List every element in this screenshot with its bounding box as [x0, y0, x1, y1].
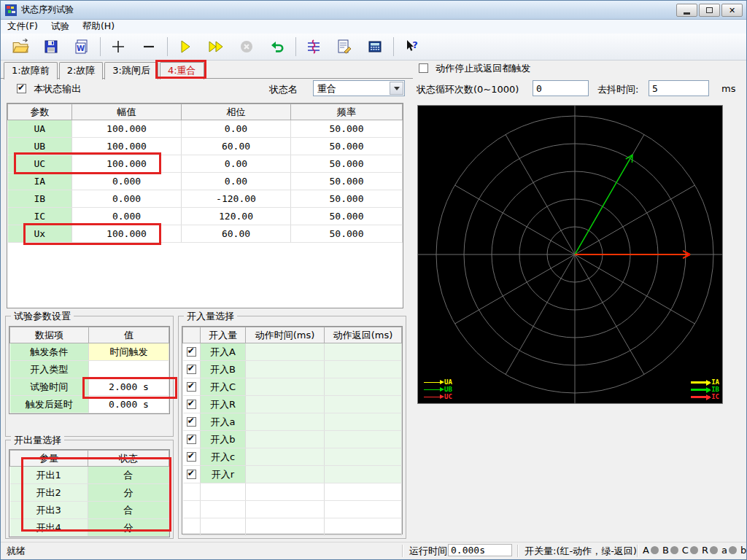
action-return-cell[interactable]: [325, 396, 402, 413]
action-return-cell[interactable]: [325, 361, 402, 378]
remove-state-button[interactable]: [136, 36, 161, 57]
phase-cell[interactable]: 0.00: [182, 173, 291, 190]
report-button[interactable]: [332, 36, 357, 57]
param-name-cell[interactable]: 开入类型: [10, 361, 89, 378]
param-cell[interactable]: IA: [8, 173, 72, 190]
state-output-checkbox[interactable]: 本状态输出: [17, 82, 81, 96]
add-state-button[interactable]: [106, 36, 131, 57]
menu-file[interactable]: 文件(F): [1, 20, 44, 34]
param-name-cell[interactable]: 触发条件: [10, 343, 89, 361]
tab-state-1[interactable]: 1:故障前: [4, 62, 58, 79]
debounce-input[interactable]: [649, 80, 709, 96]
tab-state-3[interactable]: 3:跳闸后: [104, 62, 158, 79]
input-name-cell[interactable]: 开入C: [201, 378, 246, 396]
amplitude-cell[interactable]: 0.000: [72, 190, 182, 208]
phase-cell[interactable]: -120.00: [182, 190, 291, 208]
frequency-cell[interactable]: 50.000: [291, 138, 403, 155]
maximize-button[interactable]: [699, 4, 720, 17]
harmonic-button[interactable]: [301, 36, 326, 57]
contact-state-cell[interactable]: 合: [88, 502, 169, 519]
input-name-cell[interactable]: 开入a: [201, 413, 246, 431]
menu-test[interactable]: 试验: [44, 20, 76, 34]
frequency-cell[interactable]: 50.000: [291, 120, 403, 138]
action-time-cell[interactable]: [246, 396, 325, 413]
input-check-cell[interactable]: [183, 448, 201, 466]
tab-state-4[interactable]: 4:重合: [160, 62, 204, 79]
action-return-cell[interactable]: [325, 343, 402, 361]
param-value-cell[interactable]: [89, 361, 169, 378]
contact-state-cell[interactable]: 分: [88, 484, 169, 502]
input-name-cell[interactable]: 开入b: [201, 431, 246, 448]
frequency-cell[interactable]: 50.000: [291, 173, 403, 190]
chevron-down-icon[interactable]: [390, 82, 403, 95]
input-check-cell[interactable]: [183, 466, 201, 483]
action-time-cell[interactable]: [246, 413, 325, 431]
frequency-cell[interactable]: 50.000: [291, 208, 403, 225]
param-cell[interactable]: Ux: [8, 225, 72, 243]
action-time-cell[interactable]: [246, 343, 325, 361]
help-button[interactable]: ?: [399, 36, 424, 57]
export-report-button[interactable]: W: [69, 36, 94, 57]
action-return-cell[interactable]: [325, 431, 402, 448]
param-cell[interactable]: IB: [8, 190, 72, 208]
frequency-cell[interactable]: 50.000: [291, 155, 403, 173]
action-time-cell[interactable]: [246, 466, 325, 483]
input-check-cell[interactable]: [183, 361, 201, 378]
action-time-cell[interactable]: [246, 448, 325, 466]
contact-name-cell[interactable]: 开出1: [10, 467, 88, 484]
state-name-combobox[interactable]: 重合: [313, 80, 405, 96]
param-cell[interactable]: UC: [8, 155, 72, 173]
action-time-cell[interactable]: [246, 361, 325, 378]
minimize-button[interactable]: [676, 4, 697, 17]
param-value-cell[interactable]: 时间触发: [89, 343, 169, 361]
close-button[interactable]: ✕: [721, 4, 743, 17]
trigger-mode-checkbox[interactable]: 动作停止或返回都触发: [419, 62, 530, 75]
param-name-cell[interactable]: 试验时间: [10, 378, 89, 396]
param-cell[interactable]: UB: [8, 138, 72, 155]
undo-button[interactable]: [265, 36, 290, 57]
action-time-cell[interactable]: [246, 431, 325, 448]
amplitude-cell[interactable]: 100.000: [72, 155, 182, 173]
action-return-cell[interactable]: [325, 378, 402, 396]
calculator-button[interactable]: [363, 36, 387, 57]
phase-cell[interactable]: 60.00: [182, 138, 291, 155]
param-cell[interactable]: UA: [8, 120, 72, 138]
amplitude-cell[interactable]: 100.000: [72, 120, 182, 138]
amplitude-cell[interactable]: 100.000: [72, 225, 182, 243]
action-time-cell[interactable]: [246, 378, 325, 396]
run-continuous-button[interactable]: [204, 36, 228, 57]
amplitude-cell[interactable]: 0.000: [72, 208, 182, 225]
phase-cell[interactable]: 120.00: [182, 208, 291, 225]
contact-name-cell[interactable]: 开出2: [10, 484, 88, 502]
action-return-cell[interactable]: [325, 413, 402, 431]
save-button[interactable]: [39, 36, 63, 57]
contact-state-cell[interactable]: 分: [88, 519, 169, 537]
stop-button[interactable]: [234, 36, 259, 57]
input-name-cell[interactable]: 开入r: [201, 466, 246, 483]
param-name-cell[interactable]: 触发后延时: [10, 396, 89, 413]
contact-state-cell[interactable]: 合: [88, 467, 169, 484]
frequency-cell[interactable]: 50.000: [291, 190, 403, 208]
input-check-cell[interactable]: [183, 413, 201, 431]
input-name-cell[interactable]: 开入R: [201, 396, 246, 413]
action-return-cell[interactable]: [325, 466, 402, 483]
frequency-cell[interactable]: 50.000: [291, 225, 403, 243]
contact-name-cell[interactable]: 开出4: [10, 519, 88, 537]
action-return-cell[interactable]: [325, 448, 402, 466]
input-check-cell[interactable]: [183, 378, 201, 396]
loop-count-input[interactable]: [533, 80, 589, 96]
run-button[interactable]: [173, 36, 198, 57]
input-check-cell[interactable]: [183, 431, 201, 448]
amplitude-cell[interactable]: 100.000: [72, 138, 182, 155]
input-check-cell[interactable]: [183, 343, 201, 361]
open-button[interactable]: [8, 36, 33, 57]
input-name-cell[interactable]: 开入c: [201, 448, 246, 466]
param-value-cell[interactable]: 0.000 s: [89, 396, 169, 413]
phase-cell[interactable]: 0.00: [182, 155, 291, 173]
phase-cell[interactable]: 0.00: [182, 120, 291, 138]
amplitude-cell[interactable]: 0.000: [72, 173, 182, 190]
input-name-cell[interactable]: 开入B: [201, 361, 246, 378]
phase-cell[interactable]: 60.00: [182, 225, 291, 243]
param-cell[interactable]: IC: [8, 208, 72, 225]
menu-help[interactable]: 帮助(H): [76, 20, 121, 34]
